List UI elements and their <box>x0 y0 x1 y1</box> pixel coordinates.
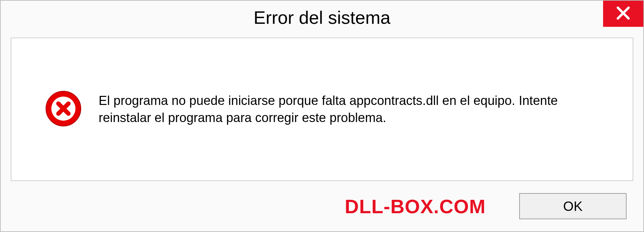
error-dialog: Error del sistema El programa no puede i… <box>0 0 644 232</box>
ok-button-label: OK <box>563 199 583 214</box>
titlebar: Error del sistema <box>1 1 643 34</box>
dialog-title: Error del sistema <box>254 7 390 28</box>
content-area: El programa no puede iniciarse porque fa… <box>11 38 633 181</box>
error-icon <box>45 90 82 128</box>
close-icon <box>616 6 631 22</box>
watermark-text: DLL-BOX.COM <box>345 195 486 218</box>
ok-button[interactable]: OK <box>519 193 627 219</box>
close-button[interactable] <box>603 1 643 27</box>
dialog-footer: DLL-BOX.COM OK <box>1 181 643 231</box>
error-message: El programa no puede iniciarse porque fa… <box>99 92 609 127</box>
